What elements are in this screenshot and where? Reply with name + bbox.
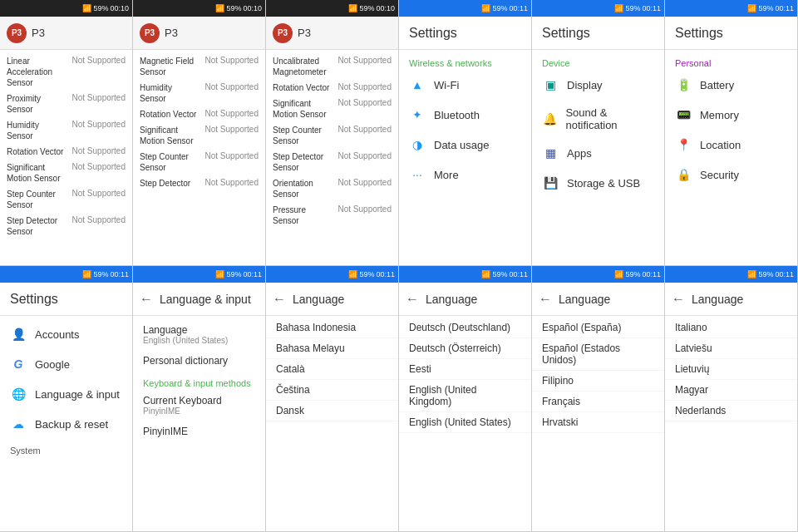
settings-item-accounts[interactable]: 👤 Accounts [0, 319, 132, 349]
sensor-name: Proximity Sensor [7, 93, 66, 115]
sensor-status: Not Supported [200, 178, 259, 187]
settings-item-language[interactable]: 🌐 Language & input [0, 379, 132, 409]
lang-list-header-3: ← Language [532, 283, 664, 316]
lang-list-item[interactable]: Filipino [532, 371, 664, 392]
app-title-1: P3 [32, 27, 45, 39]
sensor-item: Significant Motion Sensor Not Supported [133, 122, 265, 149]
lang-list-content-3: Español (España) Español (Estados Unidos… [532, 316, 664, 531]
settings-item-location[interactable]: 📍 Location [665, 130, 797, 160]
status-bar-1: 📶59%00:10 [0, 0, 132, 17]
app-logo-2: P3 [140, 23, 160, 43]
settings-item-bluetooth[interactable]: ✦ Bluetooth [399, 100, 531, 130]
sensor-content-3: Uncalibrated Magnetometer Not Supported … [266, 50, 398, 265]
sensor-name: Uncalibrated Magnetometer [273, 56, 332, 77]
sensor-item: Magnetic Field Sensor Not Supported [133, 53, 265, 80]
settings-item-data[interactable]: ◑ Data usage [399, 130, 531, 160]
status-icons: 📶59%00:10 [82, 4, 129, 12]
settings-item-apps[interactable]: ▦ Apps [532, 138, 664, 168]
lang-list-item[interactable]: Español (España) [532, 318, 664, 338]
lang-list-item[interactable]: Eesti [399, 359, 531, 380]
status-icons: 📶59%00:11 [747, 270, 794, 278]
lang-list-item[interactable]: Latviešu [665, 338, 797, 359]
lang-input-content: Language English (United States) Persona… [133, 316, 265, 531]
sensor-status: Not Supported [200, 56, 259, 65]
settings-title-2: Settings [542, 26, 590, 41]
settings-item-backup[interactable]: ☁ Backup & reset [0, 409, 132, 439]
lang-list-2: Deutsch (Deutschland) Deutsch (Österreic… [399, 316, 531, 435]
lang-list-item[interactable]: Hrvatski [532, 412, 664, 433]
sensor-name: Significant Motion Sensor [140, 125, 200, 146]
sensor-item: Linear Acceleration Sensor Not Supported [0, 53, 132, 91]
status-bar-11: 📶59%00:11 [532, 266, 664, 283]
language-list-title-1: Language [293, 293, 344, 306]
settings-item-security[interactable]: 🔒 Security [665, 160, 797, 190]
settings-item-display[interactable]: ▣ Display [532, 70, 664, 100]
sensor-item: Proximity Sensor Not Supported [0, 91, 132, 117]
memory-icon: 📟 [675, 106, 692, 123]
status-bar-5: 📶59%00:11 [532, 0, 664, 17]
lang-list-item[interactable]: Español (Estados Unidos) [532, 338, 664, 371]
lang-list-item[interactable]: Français [532, 392, 664, 412]
language-list-title-2: Language [426, 293, 477, 306]
data-icon: ◑ [409, 136, 426, 153]
sensor-status: Not Supported [332, 125, 392, 134]
sensor-item: Humidity Sensor Not Supported [0, 117, 132, 144]
lang-list-item[interactable]: Bahasa Indonesia [266, 318, 398, 338]
settings-list-personal: Personal 🔋 Battery 📟 Memory 📍 Location 🔒… [665, 50, 797, 193]
sensor-item: Step Counter Sensor Not Supported [266, 122, 398, 149]
location-label: Location [700, 139, 741, 151]
apps-label: Apps [567, 147, 592, 160]
lang-list-item[interactable]: Magyar [665, 380, 797, 401]
settings-item-google[interactable]: G Google [0, 349, 132, 379]
status-icons: 📶59%00:11 [614, 4, 661, 12]
memory-label: Memory [700, 109, 739, 121]
battery-icon: 🔋 [675, 76, 692, 93]
lang-item-personal-dict[interactable]: Personal dictionary [133, 350, 265, 372]
lang-list-header-4: ← Language [665, 283, 797, 316]
sensor-item: Step Detector Sensor Not Supported [0, 213, 132, 239]
status-icons: 📶59%00:10 [215, 4, 262, 12]
status-bar-7: 📶59%00:11 [0, 266, 132, 283]
settings-item-battery[interactable]: 🔋 Battery [665, 70, 797, 100]
lang-list-item[interactable]: Bahasa Melayu [266, 338, 398, 359]
sensor-name: Magnetic Field Sensor [140, 56, 200, 77]
back-arrow-icon[interactable]: ← [672, 292, 685, 307]
device-section-title: Device [532, 53, 664, 70]
back-arrow-icon[interactable]: ← [539, 292, 552, 307]
lang-list-content-4: Italiano Latviešu Lietuvių Magyar Nederl… [665, 316, 797, 531]
sensor-panel-2: 📶59%00:10 P3 P3 Magnetic Field Sensor No… [133, 0, 266, 266]
lang-list-item[interactable]: English (United Kingdom) [399, 380, 531, 412]
sensor-status: Not Supported [332, 178, 392, 187]
lang-list-item[interactable]: Dansk [266, 401, 398, 421]
settings-item-storage[interactable]: 💾 Storage & USB [532, 168, 664, 198]
lang-list-item[interactable]: Čeština [266, 380, 398, 401]
backup-icon: ☁ [10, 416, 27, 432]
lang-item-keyboard[interactable]: Current Keyboard PinyinIME [133, 390, 265, 421]
app-logo-1: P3 [7, 23, 27, 43]
lang-list-header-2: ← Language [399, 283, 531, 316]
lang-list-item[interactable]: Deutsch (Deutschland) [399, 318, 531, 338]
lang-list-item[interactable]: Deutsch (Österreich) [399, 338, 531, 359]
settings-item-sound[interactable]: 🔔 Sound & notification [532, 100, 664, 138]
settings-item-wifi[interactable]: ▲ Wi-Fi [399, 70, 531, 100]
lang-item-language[interactable]: Language English (United States) [133, 319, 265, 350]
lang-item-pinyinime[interactable]: PinyinIME [133, 421, 265, 442]
back-arrow-icon[interactable]: ← [273, 292, 286, 307]
lang-list-item[interactable]: Italiano [665, 318, 797, 338]
settings-item-more[interactable]: ··· More [399, 160, 531, 190]
google-label: Google [35, 358, 70, 371]
personal-section-title: Personal [665, 53, 797, 70]
lang-list-item[interactable]: Nederlands [665, 401, 797, 421]
sensor-item: Uncalibrated Magnetometer Not Supported [266, 53, 398, 80]
pinyinime-title: PinyinIME [143, 426, 255, 437]
lang-list-4: Italiano Latviešu Lietuvių Magyar Nederl… [665, 316, 797, 423]
sensor-status: Not Supported [66, 215, 126, 224]
lang-list-item[interactable]: English (United States) [399, 412, 531, 433]
lang-list-item[interactable]: Lietuvių [665, 359, 797, 380]
back-arrow-icon[interactable]: ← [406, 292, 419, 307]
settings-item-memory[interactable]: 📟 Memory [665, 100, 797, 130]
lang-list-item[interactable]: Català [266, 359, 398, 380]
back-arrow-icon[interactable]: ← [140, 292, 153, 307]
bluetooth-label: Bluetooth [434, 109, 480, 121]
sensor-status: Not Supported [332, 56, 392, 65]
